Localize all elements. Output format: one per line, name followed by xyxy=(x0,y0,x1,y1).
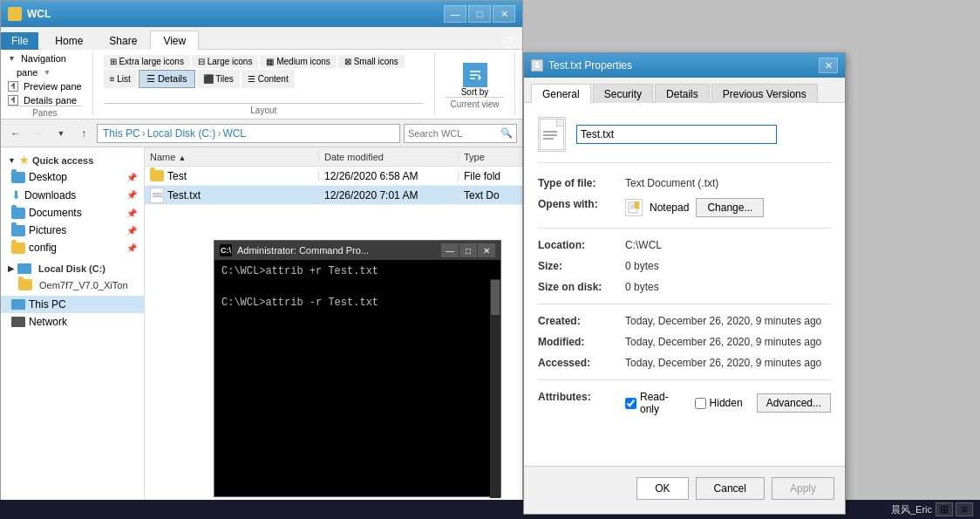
sidebar-item-pictures[interactable]: Pictures 📌 xyxy=(1,222,144,239)
network-icon xyxy=(11,317,25,327)
sidebar-item-desktop[interactable]: Desktop 📌 xyxy=(1,168,144,186)
close-button[interactable]: ✕ xyxy=(493,5,515,23)
sidebar-item-documents[interactable]: Documents 📌 xyxy=(1,204,144,222)
cmd-scrollbar[interactable] xyxy=(490,279,500,498)
small-icons-btn[interactable]: ⊠ Small icons xyxy=(338,55,405,68)
readonly-checkbox-item: Read-only xyxy=(625,391,681,415)
navigation-pane-label[interactable]: pane ▼ xyxy=(8,67,82,78)
props-file-icon-small: 📄 xyxy=(531,59,543,72)
filename-input[interactable] xyxy=(576,125,777,144)
props-title-bar: 📄 Test.txt Properties ✕ xyxy=(524,53,845,78)
extra-large-icons-btn[interactable]: ⊞ Extra large icons xyxy=(104,55,190,68)
tab-view[interactable]: View xyxy=(150,31,199,50)
col-date[interactable]: Date modified xyxy=(319,152,459,162)
help-button[interactable]: ? xyxy=(501,31,519,49)
col-type[interactable]: Type xyxy=(459,152,522,162)
content-btn[interactable]: ☰ Content xyxy=(242,70,295,88)
details-btn[interactable]: ☰ Details xyxy=(139,70,195,88)
sidebar-item-network[interactable]: Network xyxy=(1,313,144,331)
cancel-button[interactable]: Cancel xyxy=(696,477,765,500)
up-button[interactable]: ↑ xyxy=(74,124,93,143)
props-footer: OK Cancel Apply xyxy=(524,466,845,509)
cmd-minimize-btn[interactable]: — xyxy=(441,243,459,257)
search-box[interactable]: 🔍 xyxy=(404,124,517,143)
local-disk-crumb[interactable]: Local Disk (C:) xyxy=(147,127,216,140)
change-button[interactable]: Change... xyxy=(696,198,764,217)
sidebar-item-downloads[interactable]: ⬇ Downloads 📌 xyxy=(1,186,144,204)
oem-item[interactable]: Oem7f7_V7.0_XiTon xyxy=(1,276,144,292)
apply-button[interactable]: Apply xyxy=(772,477,834,500)
modified-row: Modified: Today, December 26, 2020, 9 mi… xyxy=(538,336,831,348)
test-folder-name: Test xyxy=(167,170,187,182)
list-btn[interactable]: ≡ List xyxy=(104,70,137,88)
size-value: 0 bytes xyxy=(625,260,659,272)
tiles-btn[interactable]: ⬛ Tiles xyxy=(197,70,240,88)
cmd-line-3: C:\WCL>attrib -r Test.txt xyxy=(221,297,493,309)
props-close-button[interactable]: ✕ xyxy=(819,58,838,73)
table-row[interactable]: Test.txt 12/26/2020 7:01 AM Text Do xyxy=(145,186,522,205)
file-list-header: Name ▲ Date modified Type xyxy=(145,147,522,167)
sort-by-btn[interactable]: Sort by xyxy=(461,63,489,97)
tab-share[interactable]: Share xyxy=(96,31,150,50)
oem-label: Oem7f7_V7.0_XiTon xyxy=(39,280,128,290)
cmd-close-btn[interactable]: ✕ xyxy=(478,243,495,257)
cmd-icon: C:\ xyxy=(220,244,232,256)
divider-1 xyxy=(538,228,831,229)
file-name-cell: Test xyxy=(145,170,319,182)
cmd-content: C:\WCL>attrib +r Test.txt C:\WCL>attrib … xyxy=(214,260,500,495)
wcl-crumb[interactable]: WCL xyxy=(222,127,246,140)
notepad-icon xyxy=(625,199,643,216)
this-pc-label: This PC xyxy=(29,298,66,311)
taskbar-view-icon-1[interactable]: ⊞ xyxy=(936,502,953,516)
location-value: C:\WCL xyxy=(625,239,662,251)
opens-with-label: Opens with: xyxy=(538,198,625,210)
this-pc-section: ▶ Local Disk (C:) Oem7f7_V7.0_XiTon xyxy=(1,260,144,292)
tab-previous-versions[interactable]: Previous Versions xyxy=(711,84,818,103)
cmd-maximize-btn[interactable]: □ xyxy=(459,243,477,257)
hidden-checkbox-item: Hidden xyxy=(695,397,743,409)
desktop-folder-icon xyxy=(11,172,25,183)
large-icons-btn[interactable]: ⊟ Large icons xyxy=(192,55,258,68)
txt-file-icon xyxy=(150,188,164,203)
size-on-disk-row: Size on disk: 0 bytes xyxy=(538,281,831,293)
advanced-button[interactable]: Advanced... xyxy=(757,393,831,413)
tab-file[interactable]: File xyxy=(1,32,38,50)
txt-date-cell: 12/26/2020 7:01 AM xyxy=(319,189,459,201)
details-pane-toggle[interactable]: Details pane xyxy=(8,95,82,106)
readonly-checkbox[interactable] xyxy=(625,398,636,409)
current-view-group: Sort by Current view xyxy=(446,53,515,115)
desktop-label: Desktop xyxy=(29,171,67,183)
col-name[interactable]: Name ▲ xyxy=(145,152,319,162)
back-button[interactable]: ← xyxy=(6,124,25,143)
downloads-label: Downloads xyxy=(24,189,76,201)
tab-home[interactable]: Home xyxy=(42,31,96,50)
this-pc-expand[interactable]: ▶ Local Disk (C:) xyxy=(1,260,144,276)
medium-icons-btn[interactable]: ▦ Medium icons xyxy=(260,55,336,68)
explorer-title-bar: WCL — □ ✕ xyxy=(1,1,522,27)
ok-button[interactable]: OK xyxy=(636,477,688,500)
taskbar-view-icon-2[interactable]: ≡ xyxy=(956,502,973,516)
sidebar-item-this-pc[interactable]: This PC xyxy=(1,296,144,313)
this-pc-crumb[interactable]: This PC xyxy=(103,127,140,140)
maximize-button[interactable]: □ xyxy=(468,5,491,23)
pin-icon-pics: 📌 xyxy=(126,226,137,236)
quick-access-header[interactable]: ▼ ★ Quick access xyxy=(1,151,144,168)
tab-general[interactable]: General xyxy=(531,84,591,103)
ribbon-content: ▼ Navigation pane ▼ Preview pane xyxy=(1,50,522,120)
hidden-checkbox[interactable] xyxy=(695,398,706,409)
table-row[interactable]: Test 12/26/2020 6:58 AM File fold xyxy=(145,167,522,186)
minimize-button[interactable]: — xyxy=(444,5,466,23)
tab-details[interactable]: Details xyxy=(655,84,710,103)
svg-rect-1 xyxy=(9,10,13,13)
recent-button[interactable]: ▼ xyxy=(51,124,71,143)
opens-with-row: Opens with: Notepad Change... xyxy=(538,198,831,217)
cmd-scroll-thumb[interactable] xyxy=(491,280,500,315)
tab-security[interactable]: Security xyxy=(593,84,653,103)
preview-pane-toggle[interactable]: Preview pane xyxy=(8,81,82,92)
address-path[interactable]: This PC › Local Disk (C:) › WCL xyxy=(97,124,400,143)
search-input[interactable] xyxy=(408,128,500,139)
test-date-cell: 12/26/2020 6:58 AM xyxy=(319,170,459,182)
sidebar-item-config[interactable]: config 📌 xyxy=(1,239,144,256)
navigation-pane-toggle[interactable]: ▼ Navigation xyxy=(8,53,82,64)
forward-button[interactable]: → xyxy=(29,124,48,143)
